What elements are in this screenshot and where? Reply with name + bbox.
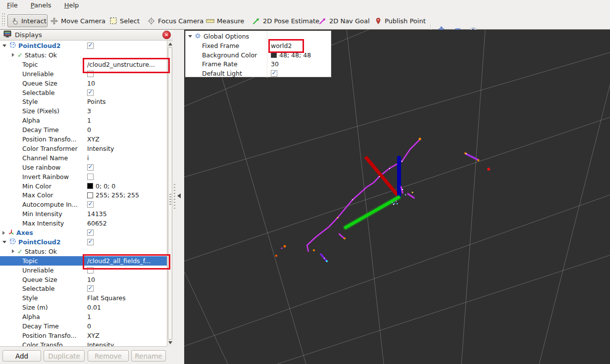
display-property-row[interactable]: Size (m)0.01: [0, 303, 167, 312]
property-value[interactable]: 0: [87, 126, 91, 134]
global-option-row[interactable]: Default Light: [186, 69, 331, 78]
remove-button[interactable]: Remove: [88, 350, 129, 362]
property-value[interactable]: 1: [87, 117, 91, 124]
property-checkbox[interactable]: [87, 174, 94, 180]
property-checkbox[interactable]: [87, 229, 94, 236]
property-checkbox[interactable]: [87, 164, 94, 171]
collapse-arrow-icon[interactable]: [188, 35, 192, 38]
scroll-up-icon[interactable]: [167, 41, 173, 47]
global-option-row[interactable]: Frame Rate30: [186, 59, 331, 69]
splitter-grip[interactable]: [174, 184, 175, 210]
property-value[interactable]: 60652: [87, 220, 107, 227]
tool-2d-pose-estimate[interactable]: 2D Pose Estimate: [252, 14, 319, 27]
display-property-row[interactable]: Color TransformerIntensity: [0, 144, 167, 153]
property-value[interactable]: Points: [87, 98, 106, 105]
collapse-arrow-icon[interactable]: [2, 241, 6, 243]
duplicate-button[interactable]: Duplicate: [44, 350, 85, 362]
display-property-row[interactable]: Unreliable: [0, 69, 167, 79]
display-property-row[interactable]: Invert Rainbow: [0, 172, 167, 182]
splitter-collapse-icon[interactable]: [177, 193, 181, 198]
color-swatch[interactable]: [271, 52, 277, 58]
tool-focus-camera[interactable]: Focus Camera: [147, 14, 203, 27]
menu-item-help[interactable]: Help: [62, 1, 81, 9]
display-property-row[interactable]: ✓Status: Ok: [0, 247, 167, 256]
collapse-arrow-icon[interactable]: [2, 45, 6, 47]
display-property-row[interactable]: Channel Namei: [0, 153, 167, 163]
property-value[interactable]: 1: [87, 313, 91, 320]
displays-tree[interactable]: PointCloud2✓Status: OkTopic/cloud2_unstr…: [0, 41, 167, 347]
3d-viewport[interactable]: [184, 30, 610, 364]
display-property-row[interactable]: Max Intensity60652: [0, 219, 167, 228]
rename-button[interactable]: Rename: [131, 350, 166, 362]
display-property-row[interactable]: Topic/cloud2_unstructure...: [0, 60, 167, 69]
property-value[interactable]: 0: [87, 322, 91, 330]
global-options-panel[interactable]: Global Options Fixed Frameworld2Backgrou…: [185, 31, 331, 77]
property-value[interactable]: XYZ: [87, 332, 100, 339]
global-option-row[interactable]: Background Color48; 48; 48: [186, 50, 331, 60]
property-checkbox[interactable]: [271, 70, 277, 77]
property-value[interactable]: 30: [271, 60, 279, 68]
display-property-row[interactable]: Decay Time0: [0, 125, 167, 135]
property-value[interactable]: world2: [271, 42, 292, 49]
displays-panel-header[interactable]: Displays ✕: [0, 30, 173, 41]
expand-arrow-icon[interactable]: [2, 231, 5, 235]
property-value[interactable]: XYZ: [87, 136, 100, 143]
tool-move-camera[interactable]: Move Camera: [50, 14, 105, 27]
property-value[interactable]: 3: [87, 107, 91, 115]
menu-item-file[interactable]: File: [5, 1, 20, 9]
tool-2d-nav-goal[interactable]: 2D Nav Goal: [318, 14, 370, 27]
property-checkbox[interactable]: [87, 239, 94, 245]
display-property-row[interactable]: Use rainbow: [0, 163, 167, 172]
tool-measure[interactable]: Measure: [206, 14, 244, 27]
display-property-row[interactable]: Decay Time0: [0, 321, 167, 331]
display-property-row[interactable]: Position Transfo...XYZ: [0, 135, 167, 144]
property-checkbox[interactable]: [87, 90, 94, 96]
property-value[interactable]: 0; 0; 0: [96, 182, 115, 190]
color-swatch[interactable]: [87, 183, 93, 189]
close-icon[interactable]: ✕: [162, 31, 171, 39]
display-property-row[interactable]: StyleFlat Squares: [0, 293, 167, 303]
expand-arrow-icon[interactable]: [12, 249, 14, 253]
property-value[interactable]: i: [87, 154, 89, 162]
property-value[interactable]: 255; 255; 255: [96, 191, 139, 199]
add-button[interactable]: Add: [2, 350, 41, 362]
displays-tree-scrollbar[interactable]: [167, 41, 173, 346]
scroll-down-icon[interactable]: [167, 340, 173, 346]
display-property-row[interactable]: StylePoints: [0, 97, 167, 106]
display-group-row[interactable]: PointCloud2: [0, 237, 167, 247]
property-value[interactable]: 14135: [87, 210, 107, 218]
display-property-row[interactable]: Queue Size10: [0, 79, 167, 88]
property-checkbox[interactable]: [87, 201, 94, 208]
property-value[interactable]: 10: [87, 276, 95, 283]
property-checkbox[interactable]: [87, 267, 94, 273]
property-value[interactable]: 48; 48; 48: [279, 51, 311, 59]
panel-splitter[interactable]: [173, 30, 184, 364]
global-option-row[interactable]: Fixed Frameworld2: [186, 41, 331, 50]
property-value[interactable]: 10: [87, 80, 95, 87]
tool-select[interactable]: Select: [109, 14, 140, 27]
display-property-row[interactable]: Selectable: [0, 284, 167, 293]
display-property-row[interactable]: Color Transfo...Intensity: [0, 340, 167, 347]
property-value[interactable]: Intensity: [87, 341, 114, 347]
property-value[interactable]: Flat Squares: [87, 294, 126, 302]
display-property-row[interactable]: Selectable: [0, 88, 167, 97]
display-group-row[interactable]: Axes: [0, 228, 167, 237]
display-group-row[interactable]: PointCloud2: [0, 41, 167, 50]
toolbar-drag-handle[interactable]: [2, 13, 5, 26]
display-property-row[interactable]: Min Color0; 0; 0: [0, 182, 167, 191]
display-property-row[interactable]: Position Transfo...XYZ: [0, 331, 167, 340]
display-property-row[interactable]: Unreliable: [0, 266, 167, 275]
expand-arrow-icon[interactable]: [12, 53, 14, 57]
property-checkbox[interactable]: [87, 71, 94, 77]
scrollbar-thumb[interactable]: [168, 47, 172, 340]
display-property-row[interactable]: Topic/cloud2_all_fields_f...: [0, 256, 167, 266]
display-property-row[interactable]: Size (Pixels)3: [0, 106, 167, 116]
display-property-row[interactable]: Queue Size10: [0, 275, 167, 284]
property-checkbox[interactable]: [87, 285, 94, 292]
tool-interact[interactable]: Interact: [7, 14, 48, 27]
display-property-row[interactable]: Autocompute In...: [0, 200, 167, 209]
property-value[interactable]: 0.01: [87, 304, 101, 311]
display-property-row[interactable]: Min Intensity14135: [0, 209, 167, 219]
menu-item-panels[interactable]: Panels: [29, 1, 53, 9]
display-property-row[interactable]: Alpha1: [0, 116, 167, 125]
